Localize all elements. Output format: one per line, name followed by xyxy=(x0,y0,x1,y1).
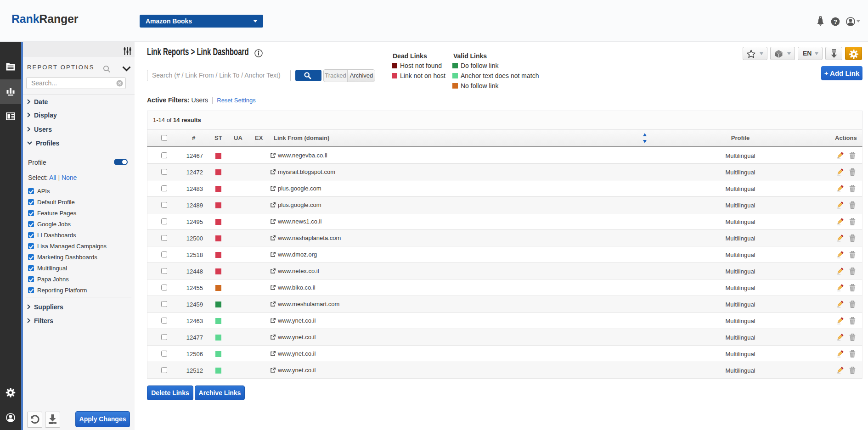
svg-text:?: ? xyxy=(834,18,837,25)
